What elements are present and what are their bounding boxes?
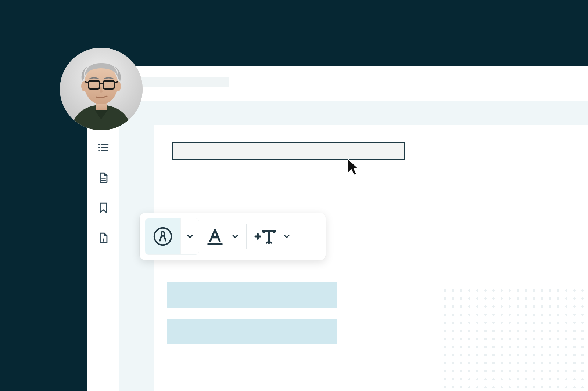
- sidebar: [87, 102, 119, 391]
- formatting-toolbar: [140, 213, 326, 260]
- insert-text-button[interactable]: [254, 225, 278, 248]
- chevron-down-icon: [282, 232, 291, 241]
- list-icon: [97, 141, 110, 155]
- svg-point-4: [98, 150, 100, 151]
- content-block: [167, 282, 337, 308]
- text-color-button[interactable]: [204, 225, 226, 248]
- insert-text-icon: [254, 225, 278, 248]
- sidebar-item-info[interactable]: [97, 232, 110, 245]
- header-placeholder: [131, 77, 229, 87]
- highlighter-button[interactable]: [145, 218, 180, 254]
- highlighter-icon: [151, 225, 174, 248]
- highlighter-tool-group: [145, 218, 199, 255]
- insert-text-dropdown[interactable]: [282, 232, 291, 241]
- cursor-icon: [346, 158, 361, 178]
- decorative-dots: [441, 286, 588, 391]
- svg-point-2: [98, 147, 100, 148]
- document-icon: [97, 171, 110, 185]
- text-color-icon: [204, 225, 226, 248]
- toolbar-separator: [246, 224, 247, 249]
- insert-text-group: [249, 218, 295, 255]
- bookmark-icon: [97, 202, 110, 216]
- svg-point-0: [98, 144, 100, 145]
- sidebar-item-outline[interactable]: [97, 142, 110, 155]
- avatar: [60, 48, 143, 130]
- text-color-dropdown[interactable]: [231, 232, 240, 241]
- text-color-group: [199, 218, 244, 255]
- sidebar-item-bookmarks[interactable]: [97, 202, 110, 215]
- sidebar-item-document[interactable]: [97, 172, 110, 185]
- content-block: [167, 319, 337, 344]
- svg-point-8: [103, 238, 104, 238]
- header-sub-band: [119, 101, 588, 125]
- selected-text-field[interactable]: [172, 142, 405, 160]
- chevron-down-icon: [231, 232, 240, 241]
- info-document-icon: [97, 232, 110, 246]
- highlighter-dropdown[interactable]: [180, 218, 199, 254]
- chevron-down-icon: [186, 232, 194, 241]
